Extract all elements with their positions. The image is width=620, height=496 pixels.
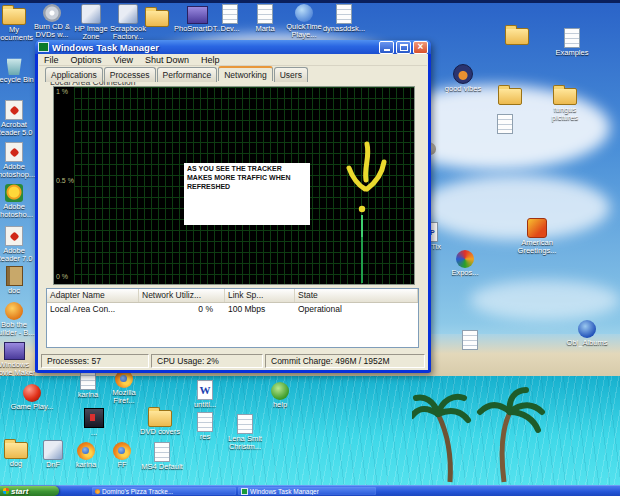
taskbar: start Domino's Pizza Tracke... Windows T… bbox=[0, 485, 620, 496]
icon-dynasddsk[interactable]: dynasddsk... bbox=[321, 4, 367, 33]
minimize-button[interactable] bbox=[379, 41, 394, 54]
icon-white-card[interactable] bbox=[447, 330, 493, 351]
icon-adobe-photoshop-album[interactable]: Adobe Photosho... bbox=[0, 184, 37, 220]
tab-performance[interactable]: Performance bbox=[157, 67, 218, 82]
taskbar-button-pizza-tracker[interactable]: Domino's Pizza Tracke... bbox=[92, 487, 236, 495]
recycle-bin-icon bbox=[7, 57, 22, 75]
icon-help[interactable]: help bbox=[257, 382, 303, 409]
movie-maker-icon bbox=[4, 342, 25, 360]
task-manager-window: Windows Task Manager File Options View S… bbox=[35, 40, 431, 373]
col-state[interactable]: State bbox=[295, 289, 418, 302]
image-app-icon bbox=[81, 4, 101, 24]
firefox-icon bbox=[77, 442, 95, 460]
icon-bob-builder[interactable]: Bob the Builder - B... bbox=[0, 302, 37, 338]
document-icon bbox=[257, 4, 273, 24]
icon-game-play[interactable]: Game Play... bbox=[9, 384, 55, 411]
icon-folder-right-2[interactable] bbox=[487, 84, 533, 106]
icon-doc-right[interactable] bbox=[482, 114, 528, 135]
folder-icon bbox=[4, 442, 28, 459]
icon-ms-default[interactable]: MS4 Default bbox=[139, 442, 185, 471]
icon-doc-book[interactable]: doc bbox=[0, 266, 37, 295]
window-title: Windows Task Manager bbox=[52, 42, 376, 53]
icon-american-greetings[interactable]: American Greetings... bbox=[514, 218, 560, 256]
icon-obj-albums[interactable]: Obj_Albums bbox=[564, 320, 610, 347]
menu-file[interactable]: File bbox=[39, 55, 64, 65]
tab-users[interactable]: Users bbox=[274, 67, 308, 82]
notepad-icon bbox=[564, 28, 580, 48]
icon-dark-app[interactable]: ... bbox=[71, 408, 117, 437]
icon-label: DVD covers bbox=[137, 428, 183, 436]
icon-label: Bob the Builder - B... bbox=[0, 321, 37, 338]
icon-label: Windows Movie Maker bbox=[0, 361, 37, 378]
icon-untitled-word[interactable]: untitl... bbox=[182, 380, 228, 409]
tab-processes[interactable]: Processes bbox=[104, 67, 156, 82]
folder-icon bbox=[553, 88, 577, 105]
adapter-table: Adapter Name Network Utiliz... Link Sp..… bbox=[46, 288, 419, 348]
firefox-icon bbox=[113, 442, 131, 460]
col-adapter-name[interactable]: Adapter Name bbox=[47, 289, 139, 302]
close-button[interactable] bbox=[413, 41, 428, 54]
start-button[interactable]: start bbox=[0, 486, 59, 496]
folder-icon bbox=[145, 10, 169, 27]
icon-recycle-bin[interactable]: Recycle Bin bbox=[0, 56, 37, 84]
maximize-button[interactable] bbox=[396, 41, 411, 54]
task-label: Windows Task Manager bbox=[250, 488, 319, 495]
icon-adobe-reader-7[interactable]: Adobe Reader 7.0 bbox=[0, 226, 37, 264]
document-icon bbox=[336, 4, 352, 24]
tab-applications[interactable]: Applications bbox=[45, 67, 103, 82]
menu-bar: File Options View Shut Down Help bbox=[39, 54, 427, 66]
menu-shutdown[interactable]: Shut Down bbox=[140, 55, 194, 65]
icon-lena-christmas[interactable]: Lena Smit Christm... bbox=[222, 414, 268, 452]
icon-label: good vibes bbox=[440, 85, 486, 93]
icon-label: American Greetings... bbox=[514, 239, 560, 256]
annotation-box: AS YOU SEE THE TRACKER MAKES MORE TRAFFI… bbox=[184, 163, 310, 225]
table-row[interactable]: Local Area Con... 0 % 100 Mbps Operation… bbox=[47, 303, 418, 315]
icon-dvd-covers[interactable]: DVD covers bbox=[137, 406, 183, 436]
headphones-icon bbox=[453, 64, 473, 84]
icon-exposure[interactable]: Expos... bbox=[442, 250, 488, 277]
icon-mozilla-firefox[interactable]: Mozilla Firef... bbox=[101, 370, 147, 406]
table-header: Adapter Name Network Utiliz... Link Sp..… bbox=[47, 289, 418, 303]
task-manager-icon bbox=[241, 488, 248, 495]
photoshop-icon bbox=[5, 142, 23, 162]
network-history-graph: 1 % 0.5 % 0 % AS YOU SEE THE TRACKER MAK… bbox=[53, 86, 415, 285]
document-icon bbox=[197, 412, 213, 432]
app-icon bbox=[43, 440, 63, 460]
desktop: My DocumentsBurn CD & DVDs w...HP Image … bbox=[0, 0, 620, 496]
folder-icon bbox=[498, 88, 522, 105]
icon-adobe-photoshop[interactable]: Adobe Photoshop... bbox=[0, 142, 37, 180]
col-link-speed[interactable]: Link Sp... bbox=[225, 289, 295, 302]
icon-good-vibes[interactable]: good vibes bbox=[440, 64, 486, 93]
icon-label: dynasddsk... bbox=[321, 25, 367, 33]
sunflower-icon bbox=[5, 184, 23, 202]
taskbar-button-task-manager[interactable]: Windows Task Manager bbox=[238, 487, 376, 495]
icon-folder-right-1[interactable] bbox=[494, 24, 540, 46]
document-icon bbox=[237, 414, 253, 434]
icon-label: Recycle Bin bbox=[0, 76, 37, 84]
icon-label: Adobe Reader 7.0 bbox=[0, 247, 37, 264]
menu-options[interactable]: Options bbox=[66, 55, 107, 65]
cell-state: Operational bbox=[295, 303, 418, 315]
icon-label: ... bbox=[71, 429, 117, 437]
icon-examples[interactable]: Examples bbox=[549, 28, 595, 57]
tab-networking[interactable]: Networking bbox=[218, 66, 273, 81]
icon-label: untitl... bbox=[182, 401, 228, 409]
status-processes: Processes: 57 bbox=[41, 354, 149, 368]
icon-label: Obj_Albums bbox=[564, 339, 610, 347]
app-icon bbox=[271, 382, 289, 400]
icon-fungus-pictures[interactable]: fungus pictures bbox=[542, 84, 588, 123]
title-bar[interactable]: Windows Task Manager bbox=[35, 40, 431, 54]
status-cpu-usage: CPU Usage: 2% bbox=[151, 354, 263, 368]
icon-acrobat-reader-5[interactable]: Acrobat Reader 5.0 bbox=[0, 100, 37, 138]
app-icon bbox=[84, 408, 104, 428]
document-icon bbox=[462, 330, 478, 350]
cell-adapter-name: Local Area Con... bbox=[47, 303, 139, 315]
col-network-utilization[interactable]: Network Utiliz... bbox=[139, 289, 225, 302]
start-label: start bbox=[11, 487, 28, 496]
cell-link-speed: 100 Mbps bbox=[225, 303, 295, 315]
menu-help[interactable]: Help bbox=[196, 55, 225, 65]
icon-label: Acrobat Reader 5.0 bbox=[0, 121, 37, 138]
folder-icon bbox=[148, 410, 172, 427]
icon-movie-maker[interactable]: Windows Movie Maker bbox=[0, 340, 37, 378]
menu-view[interactable]: View bbox=[109, 55, 138, 65]
